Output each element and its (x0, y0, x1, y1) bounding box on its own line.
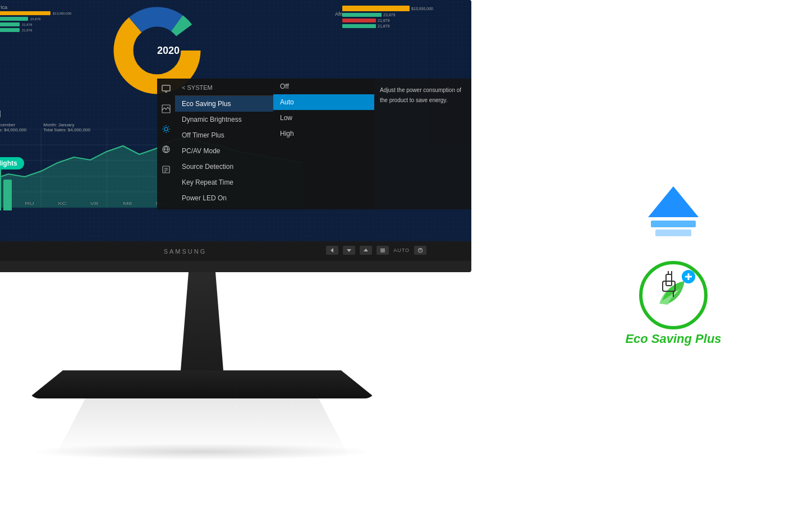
auto-label: AUTO (393, 247, 410, 253)
svg-rect-37 (380, 250, 385, 251)
osd-item-source-detection[interactable]: Source Detection (175, 159, 273, 175)
svg-marker-33 (330, 248, 333, 253)
stand-base (28, 370, 376, 398)
osd-icon-info (159, 164, 173, 175)
svg-rect-42 (666, 274, 672, 286)
arrow-up (648, 186, 699, 217)
monitor-bezel: SAMSUNG AUTO (0, 241, 471, 261)
osd-main-menu: < SYSTEM Eco Saving Plus Dynamic Brightn… (175, 79, 273, 209)
highlights-badge[interactable]: Highlights (0, 157, 24, 169)
osd-item-off-timer[interactable]: Off Timer Plus (175, 127, 273, 143)
eco-saving-logo: Eco Saving Plus (625, 259, 721, 346)
monitor-container: America $13,000,000 23,879 21,879 21,8 (0, 0, 539, 532)
osd-submenu-low[interactable]: Low (273, 110, 374, 126)
stand-neck (180, 272, 224, 384)
osd-submenu-high[interactable]: High (273, 126, 374, 141)
osd-menu-header: < SYSTEM (175, 82, 273, 96)
eco-saving-text: Eco Saving Plus (625, 332, 721, 346)
svg-rect-38 (380, 251, 385, 253)
osd-info-text: Adjust the power consumption of the prod… (380, 87, 461, 103)
osd-icon-settings (159, 123, 173, 135)
osd-icon-display (159, 83, 173, 94)
monitor-screen: America $13,000,000 23,879 21,879 21,8 (0, 0, 471, 241)
osd-icons-panel (157, 79, 175, 209)
osd-item-dynamic-brightness[interactable]: Dynamic Brightness (175, 112, 273, 127)
eco-circle (637, 259, 710, 332)
right-bar-charts: $13,000,000 23,879 21,879 21,879 (342, 6, 466, 30)
ctrl-btn-power[interactable] (414, 246, 426, 255)
osd-submenu: Off Auto Low High (273, 79, 374, 209)
arrow-bars (651, 221, 696, 236)
year-label: 2020 (157, 45, 180, 57)
right-panel: Eco Saving Plus (539, 0, 808, 532)
floor-shadow (28, 443, 376, 460)
osd-info-box: Adjust the power consumption of the prod… (374, 79, 471, 209)
ctrl-btn-down[interactable] (343, 246, 355, 255)
osd-item-pc-av-mode[interactable]: PC/AV Mode (175, 143, 273, 159)
monitor-edge (0, 261, 471, 272)
revenue-title: REVENUE GRAPH (0, 109, 90, 120)
dashboard-background: America $13,000,000 23,879 21,879 21,8 (0, 0, 471, 241)
osd-menu: < SYSTEM Eco Saving Plus Dynamic Brightn… (157, 79, 471, 209)
arrow-bar-1 (651, 221, 696, 227)
monitor-controls: AUTO (326, 246, 426, 255)
osd-submenu-off[interactable]: Off (273, 79, 374, 94)
svg-text:XC: XC (58, 201, 67, 206)
osd-item-eco-saving[interactable]: Eco Saving Plus (175, 96, 273, 112)
arrow-bar-2 (655, 230, 691, 236)
svg-text:M8: M8 (123, 201, 132, 206)
svg-text:RU: RU (25, 201, 34, 206)
osd-icon-picture (159, 103, 173, 114)
ctrl-btn-up[interactable] (360, 246, 372, 255)
osd-item-key-repeat[interactable]: Key Repeat Time (175, 175, 273, 190)
america-label: America (0, 4, 7, 10)
samsung-logo: SAMSUNG (164, 248, 207, 255)
svg-rect-36 (380, 249, 385, 250)
svg-rect-25 (162, 85, 170, 91)
osd-icon-network (159, 144, 173, 155)
svg-text:V8: V8 (90, 201, 99, 206)
ctrl-btn-menu[interactable] (377, 246, 389, 255)
svg-marker-35 (364, 249, 368, 251)
osd-item-power-led[interactable]: Power LED On (175, 190, 273, 206)
osd-submenu-auto[interactable]: Auto (273, 94, 374, 110)
top-bar-charts: $13,000,000 23,879 21,879 21,879 (0, 11, 101, 34)
ctrl-btn-left[interactable] (326, 246, 338, 255)
svg-marker-34 (347, 249, 351, 252)
energy-arrow-indicator (648, 186, 699, 236)
